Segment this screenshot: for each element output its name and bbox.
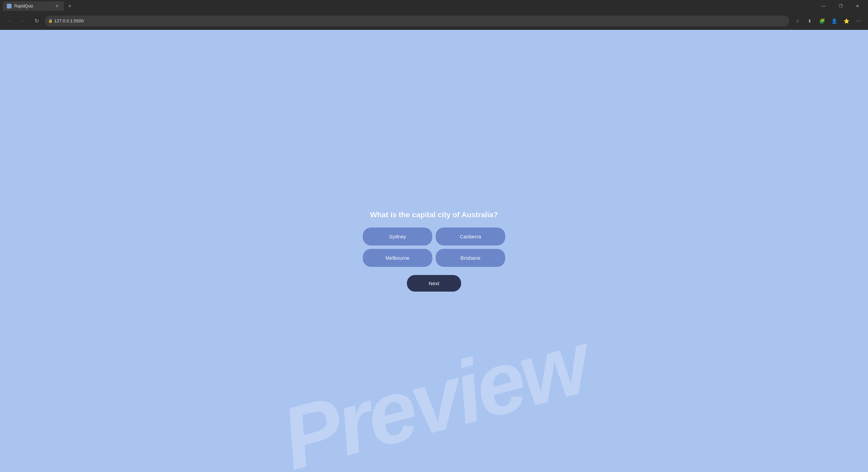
back-button[interactable]: ←: [4, 16, 15, 26]
reload-button[interactable]: ↻: [31, 16, 42, 26]
download-icon[interactable]: ⬇: [804, 16, 815, 26]
menu-icon[interactable]: ⋯: [853, 16, 864, 26]
tab-title: RapidQuiz: [14, 4, 52, 8]
toolbar-icons: ☆ ⬇ 🧩 👤 ⭐ ⋯: [792, 16, 864, 26]
quiz-container: What is the capital city of Australia? S…: [363, 211, 505, 292]
lock-icon: 🔒: [48, 19, 53, 23]
option-canberra[interactable]: Canberra: [436, 228, 505, 245]
profile-icon[interactable]: 👤: [829, 16, 840, 26]
extensions-icon[interactable]: 🧩: [816, 16, 827, 26]
restore-button[interactable]: ❐: [833, 0, 848, 12]
tab-favicon-icon: [7, 4, 12, 8]
browser-tab[interactable]: RapidQuiz ✕: [3, 1, 64, 11]
address-bar-wrapper: 🔒: [45, 16, 789, 26]
favorites-icon[interactable]: ⭐: [841, 16, 852, 26]
page-content: Preview What is the capital city of Aust…: [0, 30, 868, 472]
quiz-options: Sydney Canberra Melbourne Brisbane: [363, 228, 505, 267]
browser-window: RapidQuiz ✕ + — ❐ ✕ ← → ↻ 🔒 ☆ ⬇ 🧩 👤 ⭐ ⋯ …: [0, 0, 868, 472]
minimize-button[interactable]: —: [816, 0, 831, 12]
preview-watermark: Preview: [271, 312, 596, 472]
browser-addressbar: ← → ↻ 🔒 ☆ ⬇ 🧩 👤 ⭐ ⋯: [0, 12, 868, 30]
next-button[interactable]: Next: [407, 275, 461, 292]
address-input[interactable]: [45, 16, 789, 26]
quiz-question: What is the capital city of Australia?: [370, 211, 498, 219]
close-button[interactable]: ✕: [850, 0, 865, 12]
new-tab-button[interactable]: +: [65, 1, 75, 11]
forward-button[interactable]: →: [18, 16, 28, 26]
option-sydney[interactable]: Sydney: [363, 228, 432, 245]
browser-titlebar: RapidQuiz ✕ + — ❐ ✕: [0, 0, 868, 12]
option-melbourne[interactable]: Melbourne: [363, 249, 432, 267]
tab-close-button[interactable]: ✕: [54, 3, 60, 9]
window-controls: — ❐ ✕: [816, 0, 865, 12]
bookmark-icon[interactable]: ☆: [792, 16, 803, 26]
option-brisbane[interactable]: Brisbane: [436, 249, 505, 267]
